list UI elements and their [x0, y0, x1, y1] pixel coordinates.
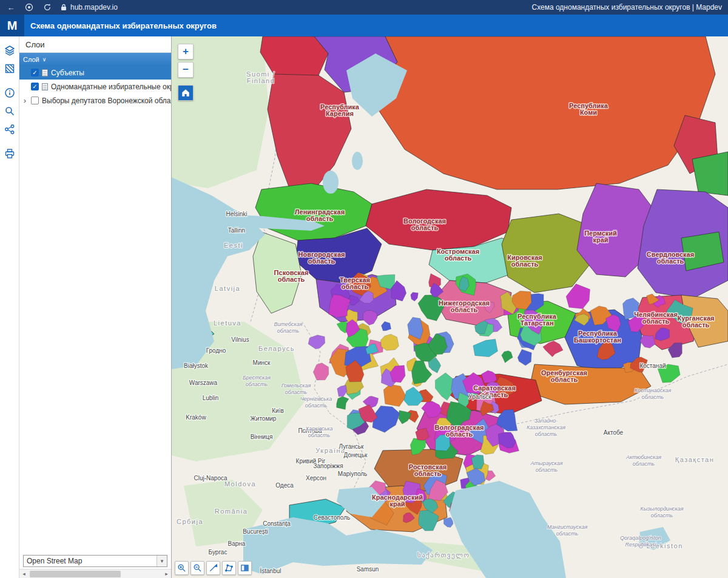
- svg-text:Кировскаяобласть: Кировскаяобласть: [507, 254, 542, 268]
- layer-row[interactable]: ›Выборы депутатов Воронежской областной: [19, 93, 171, 107]
- svg-text:Варна: Варна: [228, 540, 246, 547]
- layer-label: Субъекты: [51, 69, 84, 77]
- svg-text:Гомельскаяобласть: Гомельскаяобласть: [281, 382, 311, 395]
- svg-text:Qoraqalpog'istonRespublikasi: Qoraqalpog'istonRespublikasi: [620, 535, 661, 548]
- svg-text:Białystok: Białystok: [184, 362, 209, 369]
- expander-icon[interactable]: ›: [22, 96, 28, 105]
- layers-icon[interactable]: [2, 43, 17, 58]
- browser-bar: ← hub.mapdev.io Схема одномандатных изби…: [0, 0, 728, 15]
- svg-text:РеспубликаБашкортостан: РеспубликаБашкортостан: [574, 330, 621, 344]
- zoom-in-button[interactable]: +: [178, 44, 194, 59]
- app-header: M Схема одномандатных избирательных окру…: [0, 15, 728, 36]
- svg-text:Lietuva: Lietuva: [214, 319, 241, 327]
- svg-text:Маріуполь: Маріуполь: [338, 471, 368, 477]
- svg-text:Lublin: Lublin: [203, 395, 219, 401]
- address-bar[interactable]: hub.mapdev.io: [61, 3, 118, 12]
- refresh-icon[interactable]: [42, 2, 52, 12]
- svg-text:Гродно: Гродно: [206, 347, 226, 354]
- svg-text:Псковскаяобласть: Псковскаяобласть: [274, 269, 309, 283]
- print-icon[interactable]: [2, 146, 17, 161]
- zoom-in-box-button[interactable]: [175, 561, 189, 575]
- svg-text:Севастополь: Севастополь: [314, 514, 350, 521]
- svg-text:Бургас: Бургас: [209, 549, 228, 556]
- svg-text:Харківськаобласть: Харківськаобласть: [305, 426, 332, 438]
- svg-text:România: România: [215, 508, 248, 515]
- svg-text:Warszawa: Warszawa: [189, 379, 218, 386]
- layers-panel: Слои Слой ∨ ✓Субъекты✓Одномандатные изби…: [19, 36, 172, 578]
- layer-checkbox[interactable]: ✓: [31, 83, 39, 90]
- svg-text:Вінниця: Вінниця: [251, 433, 273, 440]
- svg-text:Vilnius: Vilnius: [231, 336, 249, 343]
- layer-checkbox[interactable]: ✓: [31, 69, 39, 76]
- svg-text:Helsinki: Helsinki: [226, 211, 247, 217]
- home-button[interactable]: [178, 85, 194, 101]
- svg-text:İstanbul: İstanbul: [260, 567, 281, 574]
- back-icon[interactable]: ←: [6, 2, 16, 12]
- search-icon[interactable]: [2, 104, 17, 118]
- svg-text:РеспубликаТатарстан: РеспубликаТатарстан: [517, 313, 557, 327]
- map-canvas[interactable]: РеспубликаКарелияРеспубликаКомиЛенинград…: [172, 36, 728, 578]
- svg-text:Samsun: Samsun: [357, 566, 379, 573]
- share-icon[interactable]: [2, 122, 17, 137]
- svg-text:Брестскаяобласть: Брестскаяобласть: [243, 375, 271, 387]
- svg-text:Одеса: Одеса: [275, 482, 294, 489]
- svg-text:Србија: Србија: [177, 518, 203, 525]
- info-icon[interactable]: [2, 86, 17, 100]
- tool-rail: [0, 36, 19, 578]
- svg-text:Минск: Минск: [253, 359, 271, 366]
- svg-text:Constanța: Constanța: [263, 520, 291, 527]
- measure-area-button[interactable]: [222, 561, 236, 575]
- compare-layers-button[interactable]: [238, 561, 252, 575]
- zoom-controls: + −: [178, 44, 194, 101]
- svg-text:Тверскаяобласть: Тверскаяобласть: [340, 276, 370, 290]
- svg-text:Київ: Київ: [272, 407, 284, 414]
- svg-text:Курганскаяобласть: Курганскаяобласть: [678, 314, 715, 328]
- extension-icon[interactable]: [24, 2, 34, 12]
- svg-text:Уральск: Уральск: [468, 393, 491, 400]
- layer-list: ✓Субъекты✓Одномандатные избирательные ок…: [19, 66, 171, 107]
- layer-checkbox[interactable]: [31, 97, 39, 104]
- layer-row[interactable]: ✓Субъекты: [19, 66, 171, 80]
- measure-line-button[interactable]: [206, 561, 220, 575]
- hatch-style-icon[interactable]: [2, 61, 17, 76]
- basemap-select[interactable]: Open Street Map ▾: [23, 555, 167, 567]
- basemap-dropdown-arrow-icon[interactable]: ▾: [157, 556, 167, 566]
- svg-text:București: București: [243, 528, 268, 535]
- svg-text:Житомир: Житомир: [251, 415, 277, 422]
- svg-text:Eesti: Eesti: [224, 242, 243, 249]
- home-icon: [181, 89, 190, 97]
- page-title: Схема одномандатных избирательных округо…: [30, 21, 217, 30]
- layers-panel-title: Слои: [19, 36, 171, 53]
- svg-text:საქართველო: საქართველო: [417, 551, 470, 559]
- panel-horizontal-scrollbar[interactable]: ◂ ▸: [19, 569, 171, 578]
- lock-icon: [61, 4, 67, 11]
- app-logo[interactable]: M: [0, 15, 24, 36]
- chevron-down-icon: ∨: [42, 56, 47, 63]
- document-icon: [42, 83, 48, 90]
- svg-text:Қазақстан: Қазақстан: [675, 456, 714, 463]
- svg-text:Cluj-Napoca: Cluj-Napoca: [194, 475, 227, 481]
- svg-text:Актобе: Актобе: [604, 429, 624, 436]
- svg-text:Херсон: Херсон: [306, 475, 326, 481]
- svg-text:Moldova: Moldova: [224, 480, 256, 488]
- svg-text:Tallinn: Tallinn: [228, 227, 245, 234]
- scrollbar-thumb[interactable]: [30, 571, 121, 577]
- layer-group-label: Слой: [23, 56, 39, 63]
- basemap-selected-value: Open Street Map: [24, 557, 157, 565]
- layer-label: Одномандатные избирательные округа - 2: [51, 83, 171, 91]
- svg-text:Витебскаяобласть: Витебскаяобласть: [274, 321, 302, 334]
- svg-text:Донецьк: Донецьк: [344, 452, 368, 458]
- browser-tab-title: Схема одномандатных избирательных округо…: [531, 3, 722, 12]
- map-svg: РеспубликаКарелияРеспубликаКомиЛенинград…: [172, 36, 728, 578]
- scroll-right-icon[interactable]: ▸: [162, 570, 171, 578]
- url-text: hub.mapdev.io: [70, 3, 118, 12]
- layer-group-header[interactable]: Слой ∨: [19, 53, 171, 66]
- svg-text:Kraków: Kraków: [186, 414, 206, 421]
- svg-text:Запоріжжя: Запоріжжя: [313, 463, 343, 469]
- scroll-left-icon[interactable]: ◂: [19, 570, 29, 578]
- layer-row[interactable]: ✓Одномандатные избирательные округа - 2: [19, 80, 171, 93]
- zoom-out-button[interactable]: −: [178, 62, 194, 78]
- zoom-out-box-button[interactable]: [190, 561, 204, 575]
- svg-text:Latvija: Latvija: [215, 285, 240, 292]
- svg-text:Suomi /Finland: Suomi /Finland: [246, 70, 275, 84]
